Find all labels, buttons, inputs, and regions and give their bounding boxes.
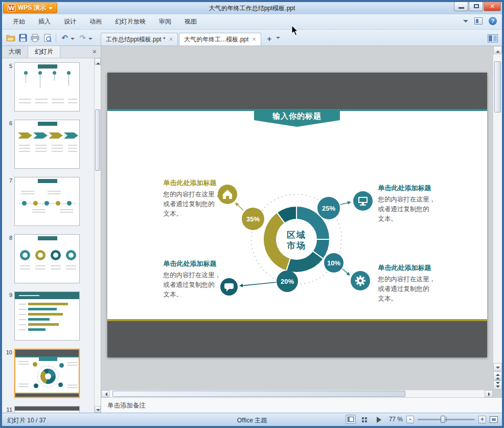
- horizontal-scrollbar[interactable]: [101, 390, 493, 397]
- slide-thumbnail-selected[interactable]: [14, 349, 80, 398]
- panel-close-icon[interactable]: ×: [93, 48, 97, 56]
- window-controls: ✕: [453, 2, 501, 11]
- thumbnail-row: 6: [2, 120, 94, 169]
- slide-thumbnail[interactable]: [14, 177, 80, 226]
- panel-scrollbar-thumb[interactable]: [95, 109, 100, 171]
- new-tab-button[interactable]: +: [264, 34, 274, 44]
- document-tab[interactable]: 工作总结ppt模板.ppt * ×: [101, 33, 178, 46]
- panel-scrollbar[interactable]: [94, 58, 101, 413]
- slide-sorter-button[interactable]: [359, 415, 370, 424]
- app-window: W WPS 演示 大气的年终工作总结ppt模板.ppt ✕ 开始 插入 设计 动…: [0, 0, 504, 428]
- app-button-label: WPS 演示: [18, 4, 46, 12]
- normal-view-button[interactable]: [346, 415, 356, 424]
- menu-tab-view[interactable]: 视图: [178, 14, 203, 29]
- print-preview-icon[interactable]: [42, 32, 53, 43]
- menu-tab-animation[interactable]: 动画: [83, 14, 108, 29]
- zoom-in-button[interactable]: +: [478, 416, 486, 423]
- menu-tab-design[interactable]: 设计: [57, 14, 83, 29]
- thumbnail-row: 8: [2, 234, 94, 283]
- svg-text:35%: 35%: [246, 215, 259, 223]
- redo-dropdown-icon[interactable]: [88, 38, 93, 42]
- open-file-icon[interactable]: [5, 32, 16, 43]
- slide-canvas[interactable]: 输入你的标题 区域 市场: [107, 73, 487, 357]
- save-icon[interactable]: [17, 32, 28, 43]
- thumbnail-art: [15, 407, 79, 413]
- menu-right-icons: ?: [463, 17, 497, 25]
- zoom-level: 77 %: [389, 416, 403, 423]
- menu-tab-start[interactable]: 开始: [6, 14, 32, 29]
- donut-center-label: 区域: [287, 230, 306, 240]
- slide-number: 9: [2, 291, 14, 341]
- status-right-cluster: 77 % - +: [346, 415, 498, 424]
- slide-thumbnail[interactable]: [14, 234, 80, 283]
- mouse-cursor: [291, 26, 299, 38]
- scroll-left-icon[interactable]: [101, 390, 109, 397]
- vertical-scrollbar[interactable]: [493, 46, 502, 390]
- scroll-down-icon[interactable]: [95, 406, 101, 413]
- menu-tab-insert[interactable]: 插入: [32, 14, 57, 29]
- menu-tab-slideshow[interactable]: 幻灯片放映: [108, 14, 152, 29]
- tab-outline[interactable]: 大纲: [2, 46, 28, 58]
- vertical-scroll-track[interactable]: [493, 54, 502, 363]
- slide-thumbnail[interactable]: [14, 291, 80, 341]
- zoom-slider-handle[interactable]: [441, 416, 445, 423]
- document-tab-active[interactable]: 大气的年终工...模板.ppt ×: [179, 33, 261, 46]
- text-block-top-left[interactable]: 单击此处添加标题 您的内容打在这里， 或者通过复制您的 文本。: [164, 178, 236, 219]
- previous-slide-button[interactable]: [493, 371, 502, 380]
- donut-center-label: 市场: [286, 241, 306, 251]
- horizontal-scroll-thumb[interactable]: [112, 391, 405, 397]
- print-icon[interactable]: [30, 32, 40, 43]
- scroll-up-icon[interactable]: [493, 46, 502, 54]
- slide-thumbnail[interactable]: [14, 120, 80, 169]
- block-title: 单击此处添加标题: [164, 178, 236, 188]
- tab-close-icon[interactable]: ×: [169, 37, 173, 42]
- undo-icon[interactable]: ↶: [59, 32, 70, 43]
- tab-slides[interactable]: 幻灯片: [28, 46, 60, 58]
- fit-to-window-button[interactable]: [490, 416, 498, 423]
- next-slide-button[interactable]: [493, 380, 502, 390]
- slide-canvas-area: 输入你的标题 区域 市场: [101, 46, 493, 390]
- document-tab-label: 大气的年终工...模板.ppt: [184, 35, 248, 44]
- percent-badge-10: 10%: [324, 253, 343, 273]
- skin-icon[interactable]: [474, 17, 483, 25]
- redo-icon[interactable]: ↷: [77, 32, 88, 43]
- zoom-slider-tick: [446, 417, 447, 422]
- vertical-scroll-thumb[interactable]: [494, 61, 501, 112]
- horizontal-scroll-track[interactable]: [109, 390, 485, 397]
- menu-tab-review[interactable]: 审阅: [152, 14, 178, 29]
- text-block-top-right[interactable]: 单击此处添加标题 您的内容打在这里， 或者通过复制您的 文本。: [378, 183, 451, 224]
- slide-thumbnail[interactable]: [14, 62, 80, 111]
- zoom-slider[interactable]: [418, 415, 475, 423]
- maximize-button[interactable]: [469, 2, 483, 11]
- thumbnail-row: 7: [2, 177, 94, 226]
- block-line: 您的内容打在这里，: [378, 195, 451, 205]
- svg-text:25%: 25%: [322, 205, 335, 212]
- scroll-down-icon[interactable]: [493, 363, 502, 371]
- thumbnail-art: [15, 235, 79, 283]
- text-block-bottom-left[interactable]: 单击此处添加标题 您的内容打在这里， 或者通过复制您的 文本。: [164, 259, 236, 300]
- thumbnail-list: 5: [2, 58, 94, 413]
- zoom-out-button[interactable]: -: [406, 416, 414, 423]
- close-button[interactable]: ✕: [484, 2, 501, 11]
- wps-app-button[interactable]: W WPS 演示: [3, 3, 57, 13]
- text-block-bottom-right[interactable]: 单击此处添加标题 您的内容打在这里， 或者通过复制您的 文本。: [378, 263, 451, 304]
- scroll-up-icon[interactable]: [95, 58, 101, 65]
- menu-tabs: 开始 插入 设计 动画 幻灯片放映 审阅 视图: [2, 14, 502, 29]
- theme-label: Office 主题: [237, 416, 267, 425]
- slideshow-button[interactable]: [373, 415, 383, 424]
- block-line: 文本。: [378, 214, 451, 224]
- chevron-down-icon[interactable]: [463, 20, 468, 25]
- undo-dropdown-icon[interactable]: [71, 38, 75, 42]
- window-arrange-icon[interactable]: [488, 34, 498, 42]
- thumbnail-art: [15, 350, 79, 397]
- tab-close-icon[interactable]: ×: [252, 37, 256, 42]
- slide-thumbnail[interactable]: [14, 406, 80, 413]
- svg-text:20%: 20%: [280, 278, 293, 285]
- minimize-button[interactable]: [454, 2, 468, 11]
- scroll-right-icon[interactable]: [485, 390, 493, 397]
- arrow-to-home: [235, 202, 243, 210]
- help-icon[interactable]: ?: [489, 17, 497, 25]
- tab-list-dropdown-icon[interactable]: [276, 37, 280, 41]
- notes-pane[interactable]: 单击添加备注: [101, 397, 502, 413]
- block-line: 您的内容打在这里，: [378, 275, 451, 284]
